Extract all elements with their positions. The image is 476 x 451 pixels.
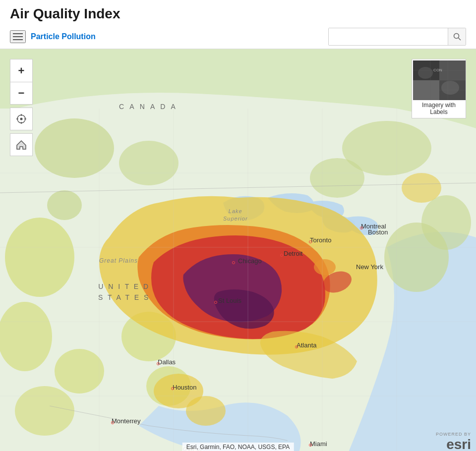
toronto-dot (309, 240, 312, 243)
filter-label[interactable]: Particle Pollution (31, 32, 96, 41)
toolbar: Particle Pollution (0, 25, 476, 49)
page-title: Air Quality Index (10, 6, 466, 22)
map-container[interactable]: Chicago Detroit Toronto St Louis Boston … (0, 49, 476, 451)
search-button[interactable] (448, 28, 466, 45)
svg-point-48 (441, 81, 459, 95)
zoom-out-button[interactable]: − (10, 82, 33, 105)
svg-point-4 (119, 141, 178, 185)
atlanta-dot (295, 345, 298, 348)
svg-point-7 (5, 218, 74, 297)
dallas-dot (157, 362, 160, 365)
stlouis-dot (214, 301, 217, 304)
locate-button[interactable] (10, 108, 33, 130)
esri-logo: POWERED BY esri (436, 432, 471, 451)
map-attribution: Esri, Garmin, FAO, NOAA, USGS, EPA (182, 443, 294, 451)
search-input[interactable] (329, 28, 448, 45)
svg-point-6 (310, 158, 364, 198)
svg-point-9 (55, 349, 104, 394)
svg-point-20 (47, 190, 82, 220)
zoom-in-button[interactable]: + (10, 59, 33, 82)
search-container (328, 28, 466, 46)
miami-dot (309, 444, 312, 447)
powered-by-text: POWERED BY (436, 432, 471, 437)
svg-point-10 (15, 386, 74, 436)
svg-point-14 (421, 195, 471, 250)
zoom-controls: + − (10, 59, 33, 156)
imagery-label: Imagery with Labels (413, 100, 465, 117)
svg-point-16 (314, 259, 336, 275)
svg-text:CON: CON (433, 68, 442, 72)
home-button[interactable] (10, 133, 33, 156)
imagery-preview: CON (413, 60, 466, 100)
search-icon (453, 33, 461, 41)
page-header: Air Quality Index (0, 0, 476, 25)
imagery-thumbnail[interactable]: CON Imagery with Labels (412, 59, 466, 118)
chicago-dot (232, 261, 235, 264)
montreal-dot (360, 226, 363, 229)
svg-point-8 (0, 302, 52, 371)
map-svg (0, 49, 476, 451)
svg-point-19 (402, 173, 441, 203)
svg-point-18 (186, 396, 226, 426)
svg-point-47 (418, 67, 433, 79)
esri-brand-text: esri (446, 437, 471, 451)
svg-point-32 (20, 118, 23, 120)
detroit-dot (280, 254, 283, 257)
svg-point-0 (454, 34, 459, 39)
locate-icon (16, 113, 27, 124)
home-icon (16, 139, 27, 150)
svg-point-3 (35, 118, 114, 178)
svg-line-1 (458, 38, 461, 41)
houston-dot (171, 387, 174, 390)
menu-button[interactable] (10, 30, 26, 43)
monterrey-dot (111, 421, 114, 424)
